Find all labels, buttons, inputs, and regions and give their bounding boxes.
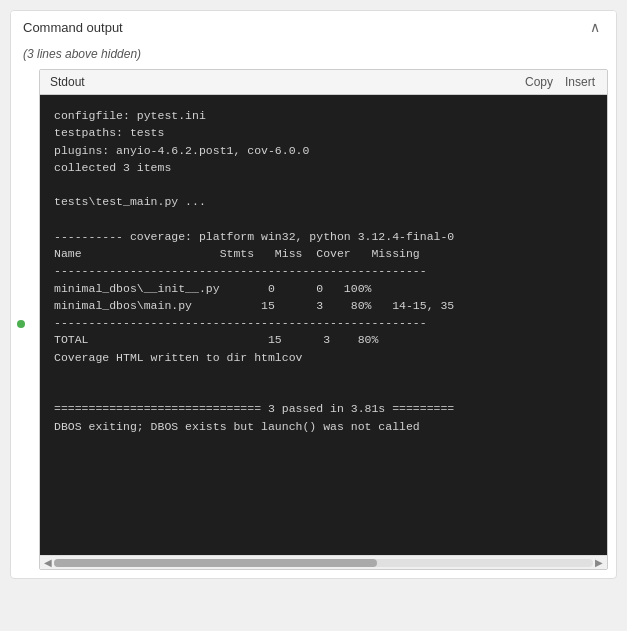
toolbar-buttons: Copy Insert [523,75,597,89]
status-dot [17,320,25,328]
stdout-container: Stdout Copy Insert configfile: pytest.in… [39,69,608,570]
status-dot-column [11,69,31,578]
stdout-label: Stdout [50,75,85,89]
panel-title: Command output [23,20,123,35]
stdout-toolbar: Stdout Copy Insert [40,70,607,95]
copy-button[interactable]: Copy [523,75,555,89]
collapse-button[interactable]: ∧ [586,19,604,35]
terminal-output: configfile: pytest.ini testpaths: tests … [40,95,607,555]
scrollbar-thumb[interactable] [54,559,377,567]
scrollbar-track[interactable] [54,559,593,567]
scroll-left-arrow[interactable]: ◀ [42,557,54,568]
panel-header: Command output ∧ [11,11,616,43]
command-output-panel: Command output ∧ (3 lines above hidden) … [10,10,617,579]
insert-button[interactable]: Insert [563,75,597,89]
scroll-right-arrow[interactable]: ▶ [593,557,605,568]
hidden-lines-notice: (3 lines above hidden) [11,43,616,69]
scrollbar-area[interactable]: ◀ ▶ [40,555,607,569]
